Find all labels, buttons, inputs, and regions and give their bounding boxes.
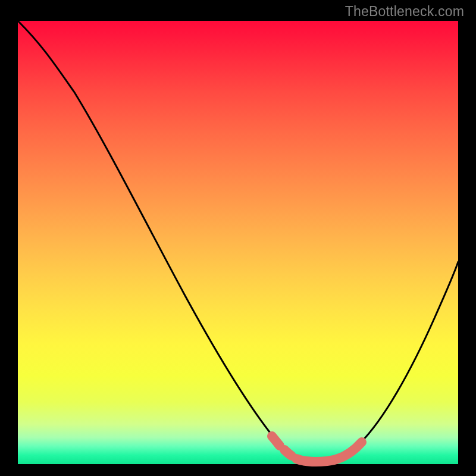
- bottleneck-curve-highlight: [272, 436, 362, 462]
- watermark-text: TheBottleneck.com: [345, 4, 464, 20]
- bottleneck-curve-main: [18, 21, 458, 461]
- plot-area: [18, 21, 458, 464]
- chart-frame: TheBottleneck.com: [0, 0, 476, 476]
- bottleneck-curve-svg: [18, 21, 458, 464]
